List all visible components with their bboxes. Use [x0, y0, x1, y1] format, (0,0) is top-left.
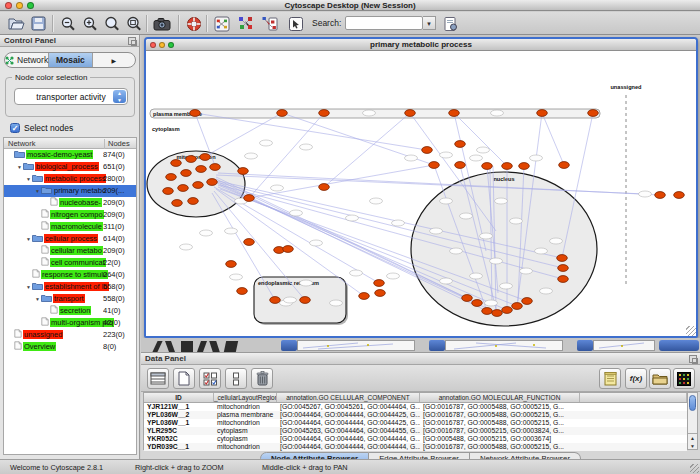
help-button[interactable] [184, 14, 204, 33]
node-label-pill[interactable] [290, 210, 303, 216]
network-node[interactable] [181, 170, 192, 177]
tree-row[interactable]: macromolecule311(0) [4, 221, 136, 233]
network-node[interactable] [455, 141, 466, 148]
zoom-in-button[interactable] [80, 14, 100, 33]
node-label-pill[interactable] [230, 274, 243, 280]
node-label-pill[interactable] [392, 220, 405, 226]
node-label-pill[interactable] [440, 278, 453, 284]
network-zoom-button[interactable] [168, 42, 174, 48]
node-label-pill[interactable] [370, 198, 383, 204]
network-edge[interactable] [249, 113, 324, 198]
attribute-table-header[interactable]: ID_cellularLayoutRegionannotation.GO CEL… [144, 393, 687, 403]
node-label-pill[interactable] [639, 191, 652, 197]
node-label-pill[interactable] [470, 273, 483, 279]
minimize-button[interactable] [16, 2, 23, 9]
network-node[interactable] [482, 163, 493, 170]
network-node[interactable] [226, 261, 237, 268]
node-label-pill[interactable] [520, 268, 533, 274]
node-label-pill[interactable] [200, 230, 213, 236]
attribute-table[interactable]: ID_cellularLayoutRegionannotation.GO CEL… [143, 392, 688, 450]
tab-mosaic[interactable]: Mosaic [49, 53, 92, 67]
column-header[interactable]: annotation.GO CELLULAR_COMPONENT [277, 393, 420, 402]
tab-network[interactable]: Network [5, 53, 49, 67]
open-file-button[interactable] [6, 14, 26, 33]
window-resize-grip[interactable] [686, 326, 696, 336]
network-node[interactable] [163, 188, 174, 195]
node-label-pill[interactable] [450, 248, 463, 254]
tree-row[interactable]: secretion41(0) [4, 305, 136, 317]
zoom-selected-button[interactable] [102, 14, 122, 33]
node-label-pill[interactable] [480, 233, 493, 239]
tree-row[interactable]: nucleobase-209(0) [4, 197, 136, 209]
nucleus-region[interactable] [411, 172, 597, 326]
node-label-pill[interactable] [180, 244, 193, 250]
color-attribute-dropdown[interactable]: transporter activity ▲▼ [14, 88, 128, 105]
tree-row[interactable]: cell communicat22(0) [4, 257, 136, 269]
tree-header[interactable]: Network Nodes [4, 138, 136, 149]
save-button[interactable] [28, 14, 48, 33]
scrollbar-thumb[interactable] [689, 395, 696, 411]
select-nodes-checkbox[interactable]: ✓ [10, 123, 20, 133]
network-node[interactable] [178, 185, 189, 192]
tree-row[interactable]: mosaic-demo-yeast874(0) [4, 149, 136, 161]
tree-row[interactable]: Overview8(0) [4, 341, 136, 353]
network-node[interactable] [188, 198, 199, 205]
table-row[interactable]: YJR121W__1mitochondrion[GO:0045267, GO:0… [144, 403, 687, 411]
network-node[interactable] [492, 310, 503, 317]
network-node[interactable] [422, 147, 433, 154]
node-label-pill[interactable] [540, 288, 553, 294]
network-node[interactable] [237, 288, 248, 295]
network-node[interactable] [171, 160, 182, 167]
tree-expander[interactable]: ▼ [34, 293, 41, 305]
node-label-pill[interactable] [485, 300, 498, 306]
network-view-window[interactable]: primary metabolic process plasma membran… [144, 37, 698, 338]
node-label-pill[interactable] [271, 185, 284, 191]
network-node[interactable] [200, 154, 211, 161]
table-row[interactable]: YPL036W__2plasma membrane[GO:0044464, GO… [144, 411, 687, 419]
network-node[interactable] [186, 156, 197, 163]
network-node[interactable] [522, 298, 533, 305]
node-label-pill[interactable] [491, 110, 504, 116]
tree-expander[interactable]: ▼ [25, 233, 32, 245]
network-node[interactable] [502, 163, 513, 170]
network-node[interactable] [196, 166, 207, 173]
node-label-pill[interactable] [245, 153, 258, 159]
network-node[interactable] [207, 179, 218, 186]
float-panel-icon[interactable] [128, 37, 136, 45]
network-node[interactable] [558, 265, 569, 272]
node-label-pill[interactable] [460, 213, 473, 219]
import-attributes-button[interactable] [649, 368, 671, 389]
network-edge[interactable] [542, 113, 564, 165]
node-label-pill[interactable] [300, 144, 313, 150]
node-label-pill[interactable] [440, 198, 453, 204]
tree-row[interactable]: ▼cellular process614(0) [4, 233, 136, 245]
zoom-out-button[interactable] [58, 14, 78, 33]
scrollbar-arrows[interactable]: ▲▼ [688, 433, 697, 449]
network-edge[interactable] [195, 113, 427, 150]
network-edge[interactable] [324, 113, 410, 187]
network-node[interactable] [559, 162, 570, 169]
node-label-pill[interactable] [284, 297, 297, 303]
network-node[interactable] [482, 308, 493, 315]
more-tabs-arrow[interactable]: ▶ [93, 53, 135, 67]
network-overview-button[interactable] [212, 14, 232, 33]
tree-row[interactable]: nitrogen compo209(0) [4, 209, 136, 221]
network-node[interactable] [557, 255, 568, 262]
notes-button[interactable] [599, 368, 621, 389]
table-row[interactable]: YPL036W__1mitochondrion[GO:0044464, GO:0… [144, 419, 687, 427]
search-dropdown-button[interactable]: ▼ [423, 16, 436, 30]
network-node[interactable] [374, 280, 385, 287]
export-image-button[interactable] [152, 14, 172, 33]
tree-expander[interactable]: ▼ [16, 161, 23, 173]
network-node[interactable] [674, 192, 685, 199]
node-label-pill[interactable] [310, 240, 323, 246]
background-window[interactable] [297, 340, 415, 351]
background-window[interactable] [429, 340, 445, 351]
tree-row[interactable]: response to stimulu264(0) [4, 269, 136, 281]
network-node[interactable] [462, 295, 473, 302]
search-input[interactable] [345, 16, 423, 30]
node-label-pill[interactable] [530, 155, 543, 161]
float-panel-icon[interactable] [689, 355, 697, 363]
node-label-pill[interactable] [550, 238, 563, 244]
network-canvas[interactable]: plasma membranecytoplasmmitochondrionnuc… [146, 51, 695, 335]
